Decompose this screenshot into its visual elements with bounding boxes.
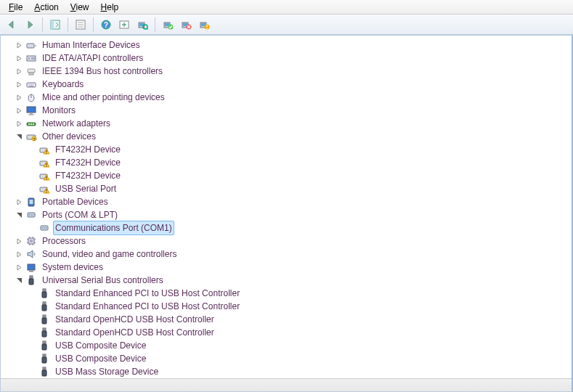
sys-icon <box>25 261 37 273</box>
monitor-icon <box>25 105 37 116</box>
tree-row[interactable]: Network adapters <box>1 117 572 130</box>
tree-row[interactable]: USB Composite Device <box>1 352 572 365</box>
scan-hardware-button[interactable] <box>134 16 151 33</box>
svg-point-69 <box>46 227 47 229</box>
tree-toggle-collapsed[interactable] <box>14 92 24 102</box>
tree-row[interactable]: USB Composite Device <box>1 339 572 352</box>
tree-row[interactable]: USB Mass Storage Device <box>1 365 572 378</box>
tree-row[interactable]: Ports (COM & LPT) <box>1 208 572 221</box>
tree-row[interactable]: Standard OpenHCD USB Host Controller <box>1 326 572 339</box>
tree-row[interactable]: FT4232H Device <box>1 156 572 169</box>
tree-toggle-collapsed[interactable] <box>14 66 24 76</box>
warn-icon <box>38 157 50 168</box>
tree-label: Human Interface Devices <box>40 38 142 52</box>
tree-label: Standard Enhanced PCI to USB Host Contro… <box>53 287 242 300</box>
tree-label: Standard OpenHCD USB Host Controller <box>53 313 216 326</box>
back-button[interactable] <box>3 16 20 33</box>
tree-toggle-collapsed[interactable] <box>14 79 24 89</box>
show-hide-tree-button[interactable] <box>46 16 64 33</box>
port-icon <box>38 222 50 234</box>
device-tree[interactable]: Human Interface DevicesIDE ATA/ATAPI con… <box>1 36 572 378</box>
menu-help[interactable]: Help <box>95 1 125 14</box>
content-wrap: Human Interface DevicesIDE ATA/ATAPI con… <box>0 35 573 392</box>
svg-point-56 <box>46 179 46 179</box>
svg-rect-24 <box>34 45 36 46</box>
tree-row[interactable]: Human Interface Devices <box>1 38 572 52</box>
tree-toggle-collapsed[interactable] <box>14 105 24 115</box>
svg-rect-98 <box>42 344 46 350</box>
1394-icon <box>25 65 37 77</box>
tree-row[interactable]: USB Serial Port <box>1 182 572 195</box>
uninstall-device-button[interactable] <box>177 16 195 33</box>
tree-row[interactable]: Standard Enhanced PCI to USB Host Contro… <box>1 287 572 300</box>
svg-point-53 <box>46 166 46 166</box>
tree-toggle-collapsed[interactable] <box>14 118 24 128</box>
tree-row[interactable]: System devices <box>1 261 572 274</box>
tree-label: USB Composite Device <box>53 339 148 352</box>
tree-toggle-collapsed[interactable] <box>14 236 24 246</box>
enable-device-button[interactable] <box>159 16 176 33</box>
tree-label: Ports (COM & LPT) <box>40 208 120 221</box>
tree-row[interactable]: IEEE 1394 Bus host controllers <box>1 65 572 78</box>
tree-row[interactable]: Sound, video and game controllers <box>1 248 572 261</box>
tree-label: Other devices <box>40 130 98 143</box>
tree-label: IDE ATA/ATAPI controllers <box>40 52 145 65</box>
svg-rect-95 <box>42 331 46 337</box>
net-icon <box>25 118 37 129</box>
tree-row[interactable]: FT4232H Device <box>1 169 572 182</box>
svg-text:?: ? <box>104 21 108 29</box>
help-button[interactable]: ? <box>97 16 115 33</box>
tree-row[interactable]: Keyboards <box>1 78 572 91</box>
svg-point-34 <box>33 83 33 84</box>
tree-row[interactable]: Standard OpenHCD USB Host Controller <box>1 313 572 326</box>
tree-toggle-collapsed[interactable] <box>14 53 24 63</box>
tree-toggle-collapsed[interactable] <box>14 262 24 272</box>
tree-row[interactable]: Mice and other pointing devices <box>1 91 572 104</box>
svg-rect-90 <box>44 303 45 304</box>
tree-toggle-leaf <box>27 288 37 298</box>
tree-row[interactable]: IDE ATA/ATAPI controllers <box>1 52 572 65</box>
menubar: File Action View Help <box>0 0 573 15</box>
tree-label: USB Composite Device <box>53 352 148 365</box>
svg-point-59 <box>46 192 46 192</box>
tree-toggle-expanded[interactable] <box>14 210 24 220</box>
tree-label: FT4232H Device <box>53 156 123 169</box>
properties-button[interactable] <box>72 16 89 33</box>
tree-row[interactable]: Communications Port (COM1) <box>1 221 572 234</box>
tree-toggle-expanded[interactable] <box>14 275 24 285</box>
tree-row[interactable]: Processors <box>1 234 572 248</box>
menu-action[interactable]: Action <box>28 1 64 14</box>
toolbar-separator <box>68 17 68 32</box>
svg-rect-92 <box>42 318 46 324</box>
tree-row[interactable]: Universal Serial Bus controllers <box>1 274 572 287</box>
svg-rect-93 <box>44 316 45 317</box>
svg-rect-71 <box>30 240 33 242</box>
tree-label: Sound, video and game controllers <box>40 248 179 261</box>
tree-row[interactable]: Portable Devices <box>1 195 572 208</box>
usb-icon <box>38 301 50 312</box>
svg-rect-102 <box>44 355 45 356</box>
disable-device-button[interactable] <box>195 16 213 33</box>
tree-row[interactable]: ?Other devices <box>1 130 572 143</box>
tree-label: IEEE 1394 Bus host controllers <box>40 65 165 78</box>
cpu-icon <box>25 235 37 247</box>
tree-label: Network adapters <box>40 117 113 130</box>
tree-row[interactable]: FT4232H Device <box>1 143 572 156</box>
menu-view[interactable]: View <box>65 1 95 14</box>
tree-row[interactable]: Standard Enhanced PCI to USB Host Contro… <box>1 300 572 313</box>
tree-row[interactable]: Monitors <box>1 104 572 117</box>
kbd-icon <box>25 78 37 90</box>
menu-file[interactable]: File <box>3 1 28 14</box>
svg-rect-27 <box>31 57 35 60</box>
tree-label: Portable Devices <box>40 195 110 208</box>
tree-label: Communications Port (COM1) <box>53 221 174 235</box>
forward-button[interactable] <box>21 16 38 33</box>
tree-toggle-collapsed[interactable] <box>14 249 24 259</box>
tree-toggle-collapsed[interactable] <box>14 40 24 50</box>
tree-toggle-expanded[interactable] <box>14 131 24 142</box>
svg-rect-87 <box>44 290 45 291</box>
update-driver-button[interactable] <box>115 16 133 33</box>
svg-rect-43 <box>31 123 32 125</box>
tree-toggle-collapsed[interactable] <box>14 197 24 207</box>
svg-rect-40 <box>28 115 34 115</box>
